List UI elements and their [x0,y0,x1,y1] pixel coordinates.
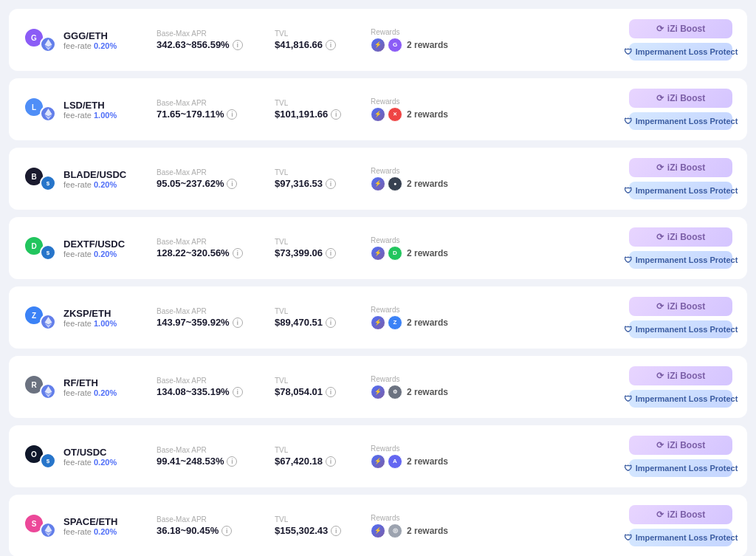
pool-rewards: Rewards ⚡A 2 rewards [371,445,481,469]
tvl-info-icon[interactable]: i [326,456,336,467]
ilp-label: Impermanent Loss Protect [636,47,738,56]
tvl-label: TVL [275,515,371,524]
pool-tvl: TVL $101,191.66 i [275,99,371,120]
boost-icon: ⟳ [656,509,664,520]
apr-info-icon[interactable]: i [233,40,243,50]
ilp-button[interactable]: 🛡 Impermanent Loss Protect [629,43,732,61]
apr-info-icon[interactable]: i [227,109,237,120]
ilp-label: Impermanent Loss Protect [636,255,738,264]
rewards-icons: ⚡● [371,176,402,191]
ilp-button[interactable]: 🛡 Impermanent Loss Protect [629,112,732,130]
apr-label: Base-Max APR [157,515,275,524]
tvl-info-icon[interactable]: i [331,526,341,536]
rewards-label: Rewards [371,306,481,314]
tvl-value: $89,470.51 i [275,317,371,328]
token-icons: L [24,97,56,122]
token-text: RF/ETH fee-rate 0.20% [63,377,117,397]
pool-rewards: Rewards ⚡● 2 rewards [371,167,481,191]
shield-icon: 🛡 [624,394,632,403]
apr-value: 134.08~335.19% i [157,386,275,397]
pool-tvl: TVL $73,399.06 i [275,238,371,258]
pool-apr: Base-Max APR 134.08~335.19% i [157,377,275,397]
apr-info-icon[interactable]: i [227,456,237,467]
izi-boost-button[interactable]: ⟳ iZi Boost [629,436,732,455]
rewards-label: Rewards [371,236,481,244]
token-icons: G [24,27,56,52]
tvl-label: TVL [275,446,371,454]
pool-actions: ⟳ iZi Boost 🛡 Impermanent Loss Protect [629,436,732,477]
tvl-info-icon[interactable]: i [326,179,336,189]
rewards-value: ⚡A 2 rewards [371,454,481,469]
token-icons: B $ [24,166,56,191]
apr-value: 99.41~248.53% i [157,456,275,467]
apr-info-icon[interactable]: i [233,318,243,328]
apr-value: 36.18~90.45% i [157,525,275,536]
token-text: ZKSP/ETH fee-rate 1.00% [63,308,117,328]
rewards-icons: ⚡✕ [371,107,402,122]
ilp-button[interactable]: 🛡 Impermanent Loss Protect [629,459,732,477]
pair-name: GGG/ETH [63,30,117,41]
ilp-label: Impermanent Loss Protect [636,325,738,334]
rewards-value: ⚡⚙ 2 rewards [371,385,481,399]
pool-apr: Base-Max APR 36.18~90.45% i [157,515,275,536]
tvl-info-icon[interactable]: i [326,318,336,328]
ilp-button[interactable]: 🛡 Impermanent Loss Protect [629,182,732,199]
tvl-label: TVL [275,238,371,246]
tvl-value: $155,302.43 i [275,525,371,536]
tvl-value: $97,316.53 i [275,178,371,189]
apr-label: Base-Max APR [157,30,275,38]
tvl-info-icon[interactable]: i [331,109,341,120]
izi-boost-button[interactable]: ⟳ iZi Boost [629,19,732,38]
ilp-button[interactable]: 🛡 Impermanent Loss Protect [629,529,732,546]
izi-boost-button[interactable]: ⟳ iZi Boost [629,366,732,385]
apr-info-icon[interactable]: i [221,526,232,536]
izi-boost-button[interactable]: ⟳ iZi Boost [629,505,732,524]
ilp-button[interactable]: 🛡 Impermanent Loss Protect [629,251,732,269]
rewards-count: 2 rewards [407,387,448,397]
pool-row-lsd-eth: L LSD/ETH fee-rate 1.00% Base-Max APR 71… [9,78,747,140]
fee-rate: fee-rate 0.20% [63,458,117,467]
pool-apr: Base-Max APR 128.22~320.56% i [157,238,275,258]
izi-boost-button[interactable]: ⟳ iZi Boost [629,89,732,108]
pool-apr: Base-Max APR 143.97~359.92% i [157,307,275,328]
tvl-value: $41,816.66 i [275,39,371,50]
ilp-label: Impermanent Loss Protect [636,186,738,195]
pool-token-info: D $ DEXTF/USDC fee-rate 0.20% [24,236,157,261]
shield-icon: 🛡 [624,47,632,56]
apr-info-icon[interactable]: i [233,248,243,258]
tvl-info-icon[interactable]: i [326,40,336,50]
boost-label: iZi Boost [667,371,705,381]
token-text: GGG/ETH fee-rate 0.20% [63,30,117,50]
pair-name: DEXTF/USDC [63,238,125,250]
ilp-label: Impermanent Loss Protect [636,464,738,473]
ilp-label: Impermanent Loss Protect [636,533,738,542]
pool-rewards: Rewards ⚡D 2 rewards [371,236,481,261]
tvl-info-icon[interactable]: i [326,248,336,258]
rewards-count: 2 rewards [407,248,448,258]
pool-token-info: G GGG/ETH fee-rate 0.20% [24,27,157,52]
token-icons: O $ [24,444,56,469]
apr-info-icon[interactable]: i [233,387,243,397]
ilp-button[interactable]: 🛡 Impermanent Loss Protect [629,320,732,338]
pool-rewards: Rewards ⚡⚙ 2 rewards [371,375,481,399]
rewards-label: Rewards [371,514,481,522]
shield-icon: 🛡 [624,255,632,264]
apr-info-icon[interactable]: i [227,179,237,189]
rewards-icons: ⚡D [371,246,402,261]
boost-icon: ⟳ [656,440,664,450]
rewards-value: ⚡✕ 2 rewards [371,107,481,122]
rewards-count: 2 rewards [407,456,448,467]
boost-label: iZi Boost [667,93,705,103]
ilp-label: Impermanent Loss Protect [636,394,738,403]
apr-label: Base-Max APR [157,446,275,454]
pool-tvl: TVL $97,316.53 i [275,168,371,189]
ilp-button[interactable]: 🛡 Impermanent Loss Protect [629,390,732,408]
tvl-label: TVL [275,30,371,38]
tvl-info-icon[interactable]: i [326,387,336,397]
izi-boost-button[interactable]: ⟳ iZi Boost [629,297,732,316]
izi-boost-button[interactable]: ⟳ iZi Boost [629,158,732,177]
rewards-count: 2 rewards [407,40,448,50]
pair-name: RF/ETH [63,377,117,388]
pair-name: LSD/ETH [63,100,117,111]
izi-boost-button[interactable]: ⟳ iZi Boost [629,227,732,247]
